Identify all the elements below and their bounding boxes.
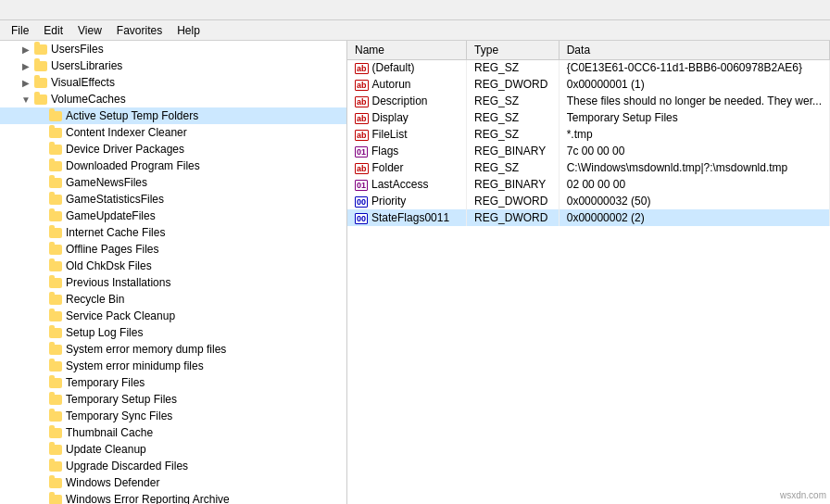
tree-item-temporary-sync[interactable]: Temporary Sync Files — [0, 408, 346, 424]
cell-data: These files should no longer be needed. … — [559, 93, 829, 109]
table-row[interactable]: abFolderREG_SZC:\Windows\msdownld.tmp|?:… — [347, 159, 830, 176]
menu-favorites[interactable]: Favorites — [109, 22, 170, 39]
table-row[interactable]: 00StateFlags0011REG_DWORD0x00000002 (2) — [347, 209, 830, 226]
table-row[interactable]: 01FlagsREG_BINARY7c 00 00 00 — [347, 143, 830, 159]
folder-icon — [48, 242, 63, 257]
expand-arrow-userslibraries[interactable]: ▶ — [19, 58, 33, 73]
expand-arrow-temporary-files[interactable] — [33, 375, 48, 390]
tree-item-device-driver[interactable]: Device Driver Packages — [0, 141, 346, 158]
menu-file[interactable]: File — [4, 22, 36, 39]
tree-item-gameupdatefiles[interactable]: GameUpdateFiles — [0, 208, 346, 224]
expand-arrow-gamenewsfiles[interactable] — [33, 175, 48, 190]
tree-item-active-setup[interactable]: Active Setup Temp Folders — [0, 107, 346, 124]
folder-icon — [48, 342, 63, 357]
expand-arrow-windows-defender[interactable] — [33, 475, 48, 490]
expand-arrow-service-pack[interactable] — [33, 309, 48, 323]
folder-icon — [48, 192, 63, 207]
cell-data: Temporary Setup Files — [559, 109, 829, 126]
expand-arrow-internet-cache[interactable] — [33, 225, 48, 240]
table-row[interactable]: abDescriptionREG_SZThese files should no… — [347, 93, 830, 109]
expand-arrow-content-indexer[interactable] — [33, 125, 48, 140]
cell-name: abDisplay — [347, 109, 467, 126]
expand-arrow-old-chkdsk[interactable] — [33, 258, 48, 273]
expand-arrow-thumbnail-cache[interactable] — [33, 425, 48, 440]
tree-item-old-chkdsk[interactable]: Old ChkDsk Files — [0, 258, 346, 274]
folder-icon — [48, 158, 63, 173]
menu-edit[interactable]: Edit — [36, 22, 70, 39]
menu-help[interactable]: Help — [170, 22, 208, 39]
expand-arrow-update-cleanup[interactable] — [33, 442, 48, 457]
tree-item-content-indexer[interactable]: Content Indexer Cleaner — [0, 124, 346, 141]
tree-item-temporary-files[interactable]: Temporary Files — [0, 374, 346, 391]
expand-arrow-setup-log[interactable] — [33, 325, 48, 340]
col-type: Type — [467, 41, 560, 59]
reg-type-icon: 00 — [355, 213, 368, 224]
tree-item-gamestatisticsfiles[interactable]: GameStatisticsFiles — [0, 191, 346, 208]
values-panel[interactable]: Name Type Data ab(Default)REG_SZ{C0E13E6… — [347, 41, 830, 504]
expand-arrow-system-error-memory[interactable] — [33, 342, 48, 357]
folder-icon — [48, 459, 63, 473]
tree-item-userfiles[interactable]: ▶UsersFiles — [0, 41, 346, 57]
tree-item-windows-error-reporting[interactable]: Windows Error Reporting Archive — [0, 491, 346, 504]
expand-arrow-temporary-setup[interactable] — [33, 392, 48, 407]
tree-panel[interactable]: ▶UsersFiles▶UsersLibraries▶VisualEffects… — [0, 41, 347, 504]
folder-icon — [33, 58, 48, 73]
table-row[interactable]: 01LastAccessREG_BINARY02 00 00 00 — [347, 176, 830, 193]
folder-icon — [48, 475, 63, 490]
tree-item-system-error-memory[interactable]: System error memory dump files — [0, 341, 346, 358]
tree-item-gamenewsfiles[interactable]: GameNewsFiles — [0, 174, 346, 191]
expand-arrow-gamestatisticsfiles[interactable] — [33, 192, 48, 207]
tree-item-previous-installations[interactable]: Previous Installations — [0, 274, 346, 291]
tree-item-visualeffects[interactable]: ▶VisualEffects — [0, 74, 346, 91]
expand-arrow-active-setup[interactable] — [33, 108, 48, 123]
expand-arrow-visualeffects[interactable]: ▶ — [19, 75, 33, 90]
tree-item-recycle-bin[interactable]: Recycle Bin — [0, 291, 346, 308]
menu-view[interactable]: View — [70, 22, 109, 39]
table-row[interactable]: ab(Default)REG_SZ{C0E13E61-0CC6-11d1-BBB… — [347, 59, 830, 76]
table-row[interactable]: abFileListREG_SZ*.tmp — [347, 126, 830, 143]
tree-label-content-indexer: Content Indexer Cleaner — [66, 126, 187, 139]
expand-arrow-offline-pages[interactable] — [33, 242, 48, 257]
tree-label-service-pack: Service Pack Cleanup — [66, 309, 175, 322]
tree-item-volumecaches[interactable]: ▼VolumeCaches — [0, 91, 346, 107]
expand-arrow-downloaded-program[interactable] — [33, 158, 48, 173]
tree-label-temporary-setup: Temporary Setup Files — [66, 393, 177, 406]
tree-item-downloaded-program[interactable]: Downloaded Program Files — [0, 158, 346, 174]
table-row[interactable]: abAutorunREG_DWORD0x00000001 (1) — [347, 76, 830, 93]
expand-arrow-previous-installations[interactable] — [33, 275, 48, 290]
tree-label-device-driver: Device Driver Packages — [66, 143, 184, 156]
expand-arrow-temporary-sync[interactable] — [33, 409, 48, 423]
tree-item-update-cleanup[interactable]: Update Cleanup — [0, 441, 346, 458]
expand-arrow-device-driver[interactable] — [33, 142, 48, 157]
folder-icon — [48, 275, 63, 290]
titlebar — [0, 0, 830, 20]
tree-item-offline-pages[interactable]: Offline Pages Files — [0, 241, 346, 258]
tree-item-upgrade-discarded[interactable]: Upgrade Discarded Files — [0, 458, 346, 474]
col-data: Data — [559, 41, 829, 59]
cell-data: C:\Windows\msdownld.tmp|?:\msdownld.tmp — [559, 159, 829, 176]
expand-arrow-upgrade-discarded[interactable] — [33, 459, 48, 473]
tree-item-internet-cache[interactable]: Internet Cache Files — [0, 224, 346, 241]
menubar: File Edit View Favorites Help — [0, 20, 830, 41]
expand-arrow-windows-error-reporting[interactable] — [33, 492, 48, 504]
tree-item-userslibraries[interactable]: ▶UsersLibraries — [0, 57, 346, 74]
tree-item-system-error-mini[interactable]: System error minidump files — [0, 358, 346, 374]
expand-arrow-volumecaches[interactable]: ▼ — [19, 92, 33, 107]
folder-icon — [33, 75, 48, 90]
expand-arrow-userfiles[interactable]: ▶ — [19, 42, 33, 57]
folder-icon — [48, 208, 63, 223]
expand-arrow-system-error-mini[interactable] — [33, 359, 48, 373]
tree-item-temporary-setup[interactable]: Temporary Setup Files — [0, 391, 346, 408]
folder-icon — [48, 409, 63, 423]
registry-table: Name Type Data ab(Default)REG_SZ{C0E13E6… — [347, 41, 830, 226]
tree-item-service-pack[interactable]: Service Pack Cleanup — [0, 308, 346, 324]
tree-item-thumbnail-cache[interactable]: Thumbnail Cache — [0, 424, 346, 441]
expand-arrow-gameupdatefiles[interactable] — [33, 208, 48, 223]
tree-item-setup-log[interactable]: Setup Log Files — [0, 324, 346, 341]
expand-arrow-recycle-bin[interactable] — [33, 292, 48, 307]
reg-type-icon: ab — [355, 113, 369, 124]
table-row[interactable]: abDisplayREG_SZTemporary Setup Files — [347, 109, 830, 126]
tree-item-windows-defender[interactable]: Windows Defender — [0, 474, 346, 491]
table-row[interactable]: 00PriorityREG_DWORD0x00000032 (50) — [347, 193, 830, 209]
reg-type-icon: 01 — [355, 180, 368, 191]
